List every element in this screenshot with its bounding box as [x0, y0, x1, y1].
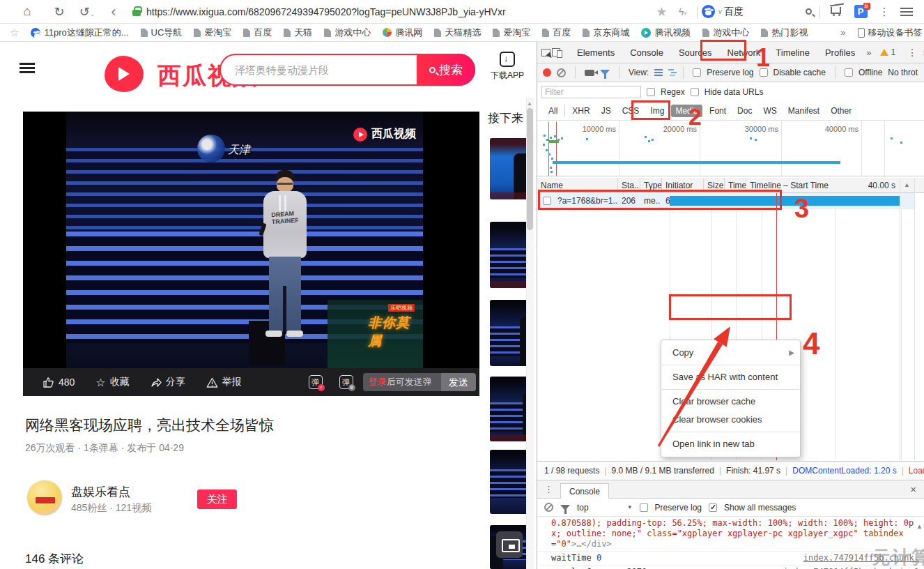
bookmark-item[interactable]: 热门影视	[761, 26, 808, 39]
col-status[interactable]: Sta...	[618, 178, 640, 193]
col-size[interactable]: Size	[704, 178, 725, 193]
console-scroll-up-arrow[interactable]: ▲	[916, 523, 923, 530]
tab-profiles[interactable]: Profiles	[818, 42, 862, 63]
share-button[interactable]: 分享	[151, 376, 185, 388]
mobile-bookmarks[interactable]: 移动设备书签	[858, 26, 923, 39]
filter-media[interactable]: Media	[671, 105, 702, 117]
regex-checkbox[interactable]	[647, 88, 655, 96]
col-type[interactable]: Type	[640, 178, 662, 193]
search-engine-label[interactable]: 百度	[724, 6, 801, 18]
bookmark-item[interactable]: 游戏中心	[324, 26, 371, 39]
bookmark-item[interactable]: 11pro这缝隙正常的...	[31, 26, 128, 39]
refresh-icon[interactable]: ↻	[49, 4, 70, 20]
author-avatar[interactable]	[26, 480, 63, 516]
filter-js[interactable]: JS	[597, 105, 615, 117]
site-menu-icon[interactable]	[20, 63, 35, 65]
filter-doc[interactable]: Doc	[733, 105, 756, 117]
col-name[interactable]: Name	[537, 178, 618, 193]
cart-icon[interactable]	[828, 4, 843, 20]
bookmark-item[interactable]: 百度	[542, 26, 571, 39]
url-text[interactable]: https://www.ixigua.com/68209672493947950…	[146, 6, 506, 17]
bookmark-item[interactable]: UC导航	[141, 26, 183, 39]
bookmark-item[interactable]: 百度	[243, 26, 272, 39]
console-drawer-tab[interactable]: Console	[560, 483, 609, 499]
chevron-down-icon[interactable]: ∨	[718, 8, 723, 15]
tab-network[interactable]: Network	[721, 42, 768, 63]
site-search-box[interactable]: 搜索	[220, 54, 475, 86]
page-scrollbar-thumb[interactable]	[527, 108, 533, 230]
favorites-star-icon[interactable]: ☆	[10, 26, 19, 39]
site-search-button[interactable]: 搜索	[417, 54, 475, 86]
tab-timeline[interactable]: Timeline	[769, 42, 817, 63]
bookmark-item[interactable]: 京东商城	[583, 26, 629, 39]
back-icon[interactable]: ‹	[103, 3, 124, 21]
console-clear-icon[interactable]	[544, 503, 553, 512]
drawer-close-icon[interactable]: ×	[910, 483, 916, 495]
record-button[interactable]	[543, 68, 551, 77]
filter-css[interactable]: CSS	[618, 105, 644, 117]
flash-icon[interactable]: ϟ▾	[672, 6, 693, 17]
clear-button[interactable]	[557, 68, 566, 77]
device-toolbar-icon[interactable]	[552, 45, 560, 60]
bookmark-item[interactable]: 天猫	[284, 26, 312, 39]
danmaku-input[interactable]: 登录后可发送弹	[363, 373, 441, 391]
tab-console[interactable]: Console	[623, 42, 670, 63]
scroll-up-arrow[interactable]: ▲	[904, 181, 910, 188]
bookmark-item[interactable]: 腾讯网	[383, 26, 422, 39]
undo-icon[interactable]: ↺⌄	[77, 4, 98, 20]
filter-other[interactable]: Other	[826, 105, 856, 117]
site-search-input[interactable]	[235, 58, 413, 82]
author-name[interactable]: 盘娱乐看点	[71, 484, 130, 500]
xigua-logo-icon[interactable]	[105, 56, 144, 92]
danmaku-send-button[interactable]: 发送	[441, 373, 476, 391]
plugin-icon[interactable]: P新	[853, 4, 868, 20]
more-tabs-chevron[interactable]: »	[863, 42, 874, 63]
inspect-element-icon[interactable]	[541, 45, 550, 60]
list-view-icon[interactable]	[654, 69, 663, 70]
bookmark-item[interactable]: 爱淘宝	[493, 26, 530, 39]
report-button[interactable]: 举报	[206, 376, 242, 388]
picture-in-picture-button[interactable]	[496, 531, 523, 558]
table-scrollbar[interactable]	[900, 178, 915, 460]
filter-img[interactable]: Img	[646, 105, 668, 117]
filter-xhr[interactable]: XHR	[568, 105, 594, 117]
console-message[interactable]: waitTime 0index.747914ff5b.chunk.	[537, 552, 924, 566]
screenshot-camera-icon[interactable]	[585, 70, 594, 76]
search-icon[interactable]	[801, 4, 816, 20]
drawer-more-icon[interactable]: ⋮	[544, 484, 553, 494]
preserve-log-checkbox[interactable]	[693, 68, 701, 77]
baidu-engine-icon[interactable]	[701, 4, 716, 20]
col-initiator[interactable]: Initiator	[662, 178, 704, 193]
console-message[interactable]: 0.870588); padding-top: 56.25%; max-widt…	[537, 517, 924, 552]
network-filter-input[interactable]	[541, 86, 641, 98]
console-message[interactable]: canplayConsume 2070index.747914ff5b.chun…	[537, 566, 924, 569]
waterfall-view-icon[interactable]	[668, 69, 674, 70]
bookmark-item[interactable]: 天猫精选	[434, 26, 481, 39]
follow-button[interactable]: 关注	[197, 490, 237, 509]
filter-manifest[interactable]: Manifest	[784, 105, 824, 117]
more-vert-icon[interactable]: ⋮	[874, 6, 895, 18]
warnings-badge[interactable]: 1	[880, 47, 896, 57]
video-player[interactable]: 天津 西瓜视频 DREAM TRAINER 乐吧视频 非你莫属	[23, 112, 479, 368]
console-preserve-log-checkbox[interactable]	[640, 503, 648, 512]
danmaku-settings-icon[interactable]: 弹⚙	[339, 375, 353, 389]
bookmark-item[interactable]: 爱淘宝	[194, 26, 231, 39]
bookmark-item[interactable]: 腾讯视频	[641, 26, 691, 39]
home-icon[interactable]: ⌂	[17, 4, 38, 19]
like-button[interactable]: 480	[43, 377, 75, 388]
favorite-button[interactable]: ☆收藏	[95, 376, 129, 389]
tab-elements[interactable]: Elements	[570, 42, 622, 63]
address-bar[interactable]: https://www.ixigua.com/68209672493947950…	[124, 6, 652, 17]
row-checkbox[interactable]	[543, 197, 551, 205]
network-overview[interactable]: 10000 ms 20000 ms 30000 ms 40000 ms	[537, 120, 924, 176]
browser-menu-icon[interactable]	[899, 4, 914, 20]
offline-checkbox[interactable]	[845, 68, 853, 77]
request-name[interactable]: ?a=1768&br=1...	[554, 193, 618, 209]
throttling-dropdown[interactable]: No throt	[888, 68, 918, 77]
show-all-messages-checkbox[interactable]	[709, 503, 717, 512]
tab-sources[interactable]: Sources	[672, 42, 719, 63]
filter-font[interactable]: Font	[705, 105, 730, 117]
execution-context-dropdown[interactable]: top▼	[577, 503, 633, 513]
source-link[interactable]: index.747914ff5b.chunk.	[803, 553, 919, 563]
devtools-more-icon[interactable]: ⋮	[907, 45, 917, 60]
